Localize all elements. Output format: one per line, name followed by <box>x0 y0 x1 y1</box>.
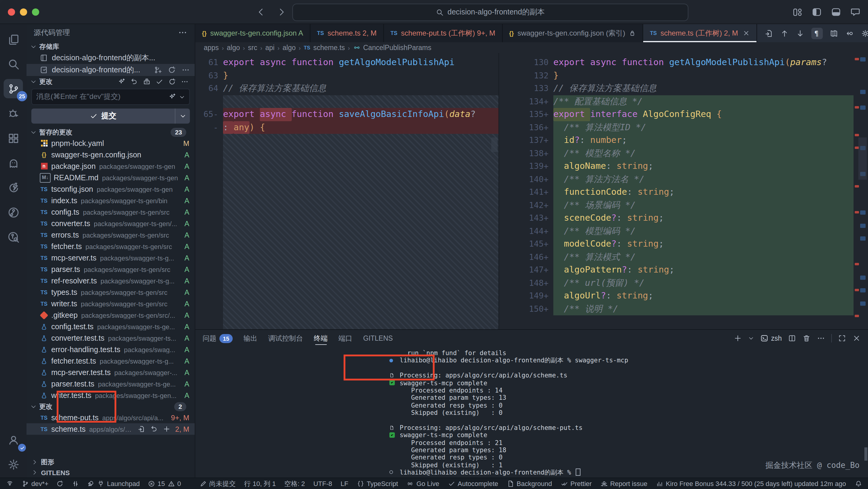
file-row-pnpm-lock.yaml[interactable]: pnpm-lock.yamlM <box>27 137 195 149</box>
file-row-converter.ts[interactable]: TSconverter.tspackages/swagger-ts-gen/..… <box>27 218 195 229</box>
panel-tab-端口[interactable]: 端口 <box>338 330 352 347</box>
command-center-search[interactable]: decision-algo-frontend的副本 <box>292 4 688 21</box>
editor-settings-icon[interactable] <box>861 29 868 38</box>
right-overview-ruler[interactable] <box>854 53 868 329</box>
close-window-button[interactable] <box>8 8 15 16</box>
breadcrumb[interactable]: apps›algo›src›api›algo›TSscheme.ts›Cance… <box>195 42 868 53</box>
sparkle-icon[interactable] <box>168 93 176 101</box>
customize-layout-icon[interactable] <box>792 6 803 17</box>
new-terminal-icon[interactable] <box>734 334 742 342</box>
status-item-compare-changes[interactable] <box>72 480 79 488</box>
discard-icon[interactable] <box>130 78 138 85</box>
create-branch-icon[interactable] <box>154 66 162 74</box>
changes-section-header[interactable]: 更改 <box>27 76 195 87</box>
terminal-scrollbar[interactable] <box>864 448 867 461</box>
sidebar-more-icon[interactable] <box>178 28 187 37</box>
status-item-not-committed[interactable]: 尚未提交 <box>199 479 236 488</box>
breadcrumb-item[interactable]: api <box>265 44 275 51</box>
file-row-mcp-server.test.ts[interactable]: mcp-server.test.tspackages/swagger-...A <box>27 367 195 378</box>
file-row-error-handling.test.ts[interactable]: error-handling.test.tspackages/swag...A <box>27 344 195 355</box>
activity-bar-item-ghost-flash-icon[interactable] <box>4 178 23 197</box>
file-row-config.ts[interactable]: TSconfig.tspackages/swagger-ts-gen/srcA <box>27 206 195 218</box>
activity-bar-item-debug-icon[interactable] <box>4 104 23 123</box>
gitlens-section-header[interactable]: GITLENS <box>27 467 195 478</box>
status-item-cursor-position[interactable]: 行 10, 列 1 <box>244 479 276 488</box>
stage-file-icon[interactable] <box>162 425 170 433</box>
commit-message-input[interactable]: 消息(⌘Enter 在"dev"提交) <box>31 89 190 105</box>
sparkle-icon[interactable] <box>118 78 125 85</box>
editor-tab-scheme.ts[interactable]: TSscheme.ts 2, M <box>310 24 384 42</box>
repos-section-header[interactable]: 存储库 <box>27 41 195 52</box>
more-icon[interactable] <box>817 334 825 342</box>
panel-tab-问题[interactable]: 问题15 <box>203 330 233 347</box>
check-icon[interactable] <box>156 78 163 85</box>
breadcrumb-item[interactable]: apps <box>204 44 219 51</box>
file-row-fetcher.test.ts[interactable]: fetcher.test.tspackages/swagger-ts-g...A <box>27 355 195 367</box>
breadcrumb-item[interactable]: src <box>248 44 257 51</box>
repository-item[interactable]: decision-algo-frontend的... <box>27 64 195 76</box>
refresh-icon[interactable] <box>168 78 176 85</box>
status-item-kiro-bonus[interactable]: Kiro Free Bonus 344.33 / 500 (25 days le… <box>656 480 846 488</box>
editor-tab-swagger-ts-gen.config.json[interactable]: {}swagger-ts-gen.config.json A <box>195 24 310 42</box>
forward-icon[interactable] <box>277 7 286 17</box>
file-row-types.ts[interactable]: TStypes.tspackages/swagger-ts-gen/srcA <box>27 286 195 298</box>
activity-bar-item-files-icon[interactable] <box>4 30 23 49</box>
file-row-mcp-server.ts[interactable]: TSmcp-server.tspackages/swagger-ts-g...A <box>27 252 195 264</box>
status-item-indentation[interactable]: 空格: 2 <box>284 479 305 488</box>
breadcrumb-symbol[interactable]: CancelPublishParams <box>363 44 431 51</box>
status-item-encoding[interactable]: UTF-8 <box>313 480 332 487</box>
back-icon[interactable] <box>256 7 266 17</box>
whitespace-icon[interactable]: ¶ <box>812 27 823 39</box>
diff-editor[interactable]: 61export async function getAlgoModelPubl… <box>195 53 868 329</box>
minimize-window-button[interactable] <box>20 8 27 16</box>
file-row-.gitkeep[interactable]: .gitkeeppackages/swagger-ts-gen/src/...A <box>27 309 195 321</box>
scrollbar-thumb[interactable] <box>858 137 867 180</box>
file-row-scheme.ts[interactable]: TSscheme.tsapps/algo/s/c/...2, M <box>27 423 195 435</box>
file-row-parser.test.ts[interactable]: parser.test.tspackages/swagger-ts-ge...A <box>27 378 195 390</box>
status-item-autocomplete[interactable]: Autocomplete <box>448 480 498 488</box>
file-row-fetcher.ts[interactable]: TSfetcher.tspackages/swagger-ts-gen/srcA <box>27 241 195 252</box>
editor-tab-swagger-ts-gen.config.json (索引)[interactable]: {}swagger-ts-gen.config.json (索引) <box>502 24 643 42</box>
commit-dropdown-button[interactable] <box>175 109 190 124</box>
panel-tab-调试控制台[interactable]: 调试控制台 <box>268 330 303 347</box>
file-row-package.json[interactable]: npackage.jsonpackages/swagger-ts-genA <box>27 160 195 172</box>
activity-bar-item-git-search-icon[interactable] <box>4 227 23 247</box>
status-item-prettier[interactable]: Prettier <box>560 480 592 488</box>
activity-bar-item-account-icon[interactable] <box>4 430 23 449</box>
discard-file-icon[interactable] <box>150 425 158 433</box>
status-item-background[interactable]: Background <box>507 480 552 488</box>
panel-tab-终端[interactable]: 终端 <box>314 330 328 347</box>
sync-icon[interactable] <box>167 66 176 74</box>
file-row-parser.ts[interactable]: TSparser.tspackages/swagger-ts-gen/srcA <box>27 264 195 275</box>
inline-view-icon[interactable] <box>845 29 855 38</box>
more-icon[interactable] <box>181 66 190 74</box>
next-change-icon[interactable] <box>796 29 805 38</box>
diff-modified-pane[interactable]: 130export async function getAlgoModelPub… <box>499 53 868 329</box>
terminal-dropdown-icon[interactable] <box>748 335 754 341</box>
file-row-config.test.ts[interactable]: config.test.tspackages/swagger-ts-ge...A <box>27 321 195 332</box>
kill-terminal-icon[interactable] <box>802 334 811 342</box>
status-item-launchpad[interactable]: Launchpad <box>87 480 140 488</box>
graph-section-header[interactable]: 图形 <box>27 457 195 467</box>
file-row-writer.ts[interactable]: TSwriter.tspackages/swagger-ts-gen/srcA <box>27 298 195 309</box>
status-item-language-mode[interactable]: TypeScript <box>357 480 398 488</box>
status-item-problems[interactable]: 150 <box>148 480 181 488</box>
left-overview-ruler[interactable] <box>491 53 497 329</box>
file-row-README.md[interactable]: M↓README.mdpackages/swagger-ts-genA <box>27 172 195 183</box>
panel-tab-输出[interactable]: 输出 <box>244 330 257 347</box>
editor-tab-scheme-put.ts (工作树)[interactable]: TSscheme-put.ts (工作树) 9+, M <box>384 24 503 42</box>
file-row-errors.ts[interactable]: TSerrors.tspackages/swagger-ts-gen/srcA <box>27 229 195 241</box>
status-item-report-issue[interactable]: Report issue <box>600 480 647 488</box>
file-row-index.ts[interactable]: TSindex.tspackages/swagger-ts-gen/binA <box>27 195 195 206</box>
file-row-tsconfig.json[interactable]: TStsconfig.jsonpackages/swagger-ts-genA <box>27 183 195 195</box>
commit-button[interactable]: 提交 <box>31 109 190 124</box>
stash-icon[interactable] <box>143 78 151 85</box>
toggle-chat-icon[interactable] <box>850 6 861 17</box>
activity-bar-item-settings-gear-icon[interactable] <box>4 455 23 474</box>
activity-bar-item-extensions-icon[interactable] <box>4 128 23 148</box>
toggle-sidebar-icon[interactable] <box>811 6 822 17</box>
file-row-converter.test.ts[interactable]: converter.test.tspackages/swagger-ts...A <box>27 332 195 344</box>
activity-bar-item-commit-graph-icon[interactable] <box>4 203 23 222</box>
chevron-down-icon[interactable] <box>179 94 185 100</box>
file-row-ref-resolver.ts[interactable]: TSref-resolver.tspackages/swagger-ts-g..… <box>27 275 195 286</box>
